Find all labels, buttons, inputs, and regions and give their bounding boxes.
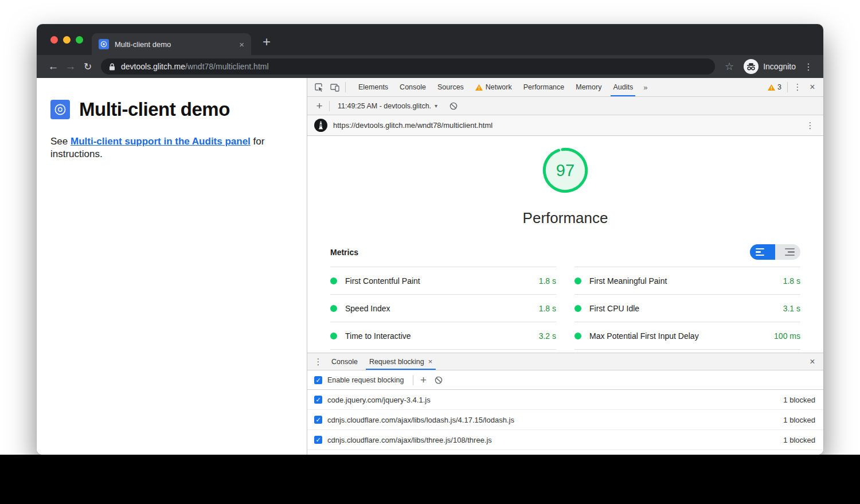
new-audit-icon[interactable]: + xyxy=(312,100,327,112)
active-tab-indicator xyxy=(611,95,635,96)
metrics-heading: Metrics xyxy=(330,248,358,257)
tab-memory[interactable]: Memory xyxy=(570,78,607,96)
more-tabs-icon[interactable]: » xyxy=(639,83,652,92)
pass-dot-icon xyxy=(574,305,581,312)
warning-count-badge[interactable]: 3 xyxy=(764,83,785,91)
devtools-tab-bar: Elements Console Sources Network Perform… xyxy=(353,78,652,96)
blocked-patterns-list: ✓ code.jquery.com/jquery-3.4.1.js 1 bloc… xyxy=(307,390,823,455)
omnibox[interactable]: devtools.glitch.me/wndt78/multiclient.ht… xyxy=(101,58,715,75)
blocked-count: 1 blocked xyxy=(783,416,815,424)
toolbar-divider xyxy=(413,375,413,385)
audits-session-row: + 11:49:25 AM - devtools.glitch. ▾ xyxy=(307,97,823,115)
metrics-view-toggle xyxy=(750,244,800,260)
audits-panel-link[interactable]: Multi-client support in the Audits panel xyxy=(71,136,251,147)
bottom-black-band xyxy=(0,455,860,504)
performance-gauge: 97 xyxy=(540,145,591,196)
blocked-count: 1 blocked xyxy=(783,436,815,444)
enable-blocking-label: Enable request blocking xyxy=(327,376,404,384)
screenshot-stage: Multi-client demo × + ← → ↻ devtools.gli… xyxy=(0,0,860,504)
close-window-button[interactable] xyxy=(50,36,58,44)
back-icon[interactable]: ← xyxy=(45,60,62,73)
new-tab-button[interactable]: + xyxy=(263,34,271,50)
device-toolbar-icon[interactable] xyxy=(327,80,343,95)
audit-session-select[interactable]: 11:49:25 AM - devtools.glitch. xyxy=(338,102,431,110)
request-blocking-toolbar: ✓ Enable request blocking + xyxy=(307,370,823,390)
reload-icon[interactable]: ↻ xyxy=(79,61,96,73)
zoom-window-button[interactable] xyxy=(76,36,83,44)
enable-blocking-checkbox[interactable]: ✓ xyxy=(314,376,322,384)
pattern-checkbox[interactable]: ✓ xyxy=(314,396,322,404)
page-title: Multi-client demo xyxy=(79,99,230,120)
address-toolbar: ← → ↻ devtools.glitch.me/wndt78/multicli… xyxy=(37,55,823,78)
warning-count: 3 xyxy=(777,83,781,91)
tab-elements[interactable]: Elements xyxy=(353,78,394,96)
drawer-close-icon[interactable]: × xyxy=(805,357,820,367)
toolbar-divider xyxy=(787,82,788,92)
drawer-tab-request-blocking[interactable]: Request blocking × xyxy=(363,353,439,370)
tab-performance[interactable]: Performance xyxy=(518,78,570,96)
tab-strip: Multi-client demo × + xyxy=(37,24,823,55)
remove-all-patterns-icon[interactable] xyxy=(431,373,447,388)
pattern-checkbox[interactable]: ✓ xyxy=(314,416,322,424)
metric-row: Speed Index 1.8 s xyxy=(330,295,556,322)
lighthouse-report: 97 Performance Metrics xyxy=(307,136,823,353)
tab-close-icon[interactable]: × xyxy=(239,40,244,49)
toolbar-divider xyxy=(345,82,346,92)
clear-audits-icon[interactable] xyxy=(445,99,462,114)
pass-dot-icon xyxy=(574,333,581,339)
browser-menu-icon[interactable]: ⋮ xyxy=(802,61,815,72)
tab-audits[interactable]: Audits xyxy=(607,78,639,96)
incognito-label: Incognito xyxy=(763,62,796,71)
add-pattern-icon[interactable]: + xyxy=(416,374,431,386)
tab-sources[interactable]: Sources xyxy=(432,78,470,96)
network-warning-icon xyxy=(475,84,483,91)
metric-row: First CPU Idle 3.1 s xyxy=(574,295,800,322)
devtools-toolbar-right: 3 ⋮ × xyxy=(764,82,820,92)
blocked-pattern-row[interactable]: ✓ code.jquery.com/jquery-3.4.1.js 1 bloc… xyxy=(307,390,823,410)
drawer-tab-console[interactable]: Console xyxy=(326,353,363,370)
report-menu-icon[interactable]: ⋮ xyxy=(803,120,818,131)
tab-network[interactable]: Network xyxy=(470,78,518,96)
forward-icon[interactable]: → xyxy=(62,60,79,73)
pass-dot-icon xyxy=(330,278,337,284)
browser-tab[interactable]: Multi-client demo × xyxy=(92,33,251,55)
tab-console[interactable]: Console xyxy=(394,78,432,96)
bookmark-star-icon[interactable]: ☆ xyxy=(721,60,738,73)
drawer-menu-icon[interactable]: ⋮ xyxy=(311,357,326,367)
url-host: devtools.glitch.me xyxy=(121,62,185,71)
active-drawer-tab-indicator xyxy=(366,369,436,370)
tab-title: Multi-client demo xyxy=(115,40,239,49)
metric-row: First Contentful Paint 1.8 s xyxy=(330,267,556,295)
minimize-window-button[interactable] xyxy=(63,36,71,44)
performance-score: 97 xyxy=(540,145,591,196)
toolbar-divider xyxy=(329,101,330,111)
drawer-tab-bar: ⋮ Console Request blocking × × xyxy=(307,353,823,370)
page-logo-icon xyxy=(50,100,70,119)
inspect-element-icon[interactable] xyxy=(311,80,327,95)
devtools-close-icon[interactable]: × xyxy=(805,82,820,92)
lighthouse-icon xyxy=(314,119,327,132)
metrics-section: Metrics xyxy=(307,244,823,350)
blocked-count: 1 blocked xyxy=(783,396,815,404)
drawer-tab-close-icon[interactable]: × xyxy=(428,357,433,366)
pattern-checkbox[interactable]: ✓ xyxy=(314,436,322,444)
page-body-text: See Multi-client support in the Audits p… xyxy=(50,135,297,161)
list-view-icon[interactable] xyxy=(775,244,800,260)
devtools-menu-icon[interactable]: ⋮ xyxy=(790,82,805,92)
pass-dot-icon xyxy=(574,278,581,284)
metric-row: Time to Interactive 3.2 s xyxy=(330,322,556,350)
lock-icon xyxy=(109,63,115,71)
metrics-column-left: First Contentful Paint 1.8 s Speed Index… xyxy=(330,267,556,350)
audit-url-row: https://devtools.glitch.me/wndt78/multic… xyxy=(307,115,823,136)
metrics-column-right: First Meaningful Paint 1.8 s First CPU I… xyxy=(574,267,800,350)
web-page: Multi-client demo See Multi-client suppo… xyxy=(37,78,307,455)
blocked-pattern-row[interactable]: ✓ cdnjs.cloudflare.com/ajax/libs/lodash.… xyxy=(307,410,823,430)
metric-row: First Meaningful Paint 1.8 s xyxy=(574,267,800,295)
devtools-toolbar: Elements Console Sources Network Perform… xyxy=(307,78,823,97)
chevron-down-icon[interactable]: ▾ xyxy=(435,103,437,109)
blocked-pattern-row[interactable]: ✓ cdnjs.cloudflare.com/ajax/libs/three.j… xyxy=(307,430,823,450)
window-controls xyxy=(50,36,83,44)
url-path: /wndt78/multiclient.html xyxy=(185,62,269,71)
condensed-view-icon[interactable] xyxy=(750,244,775,260)
browser-window: Multi-client demo × + ← → ↻ devtools.gli… xyxy=(37,24,823,455)
